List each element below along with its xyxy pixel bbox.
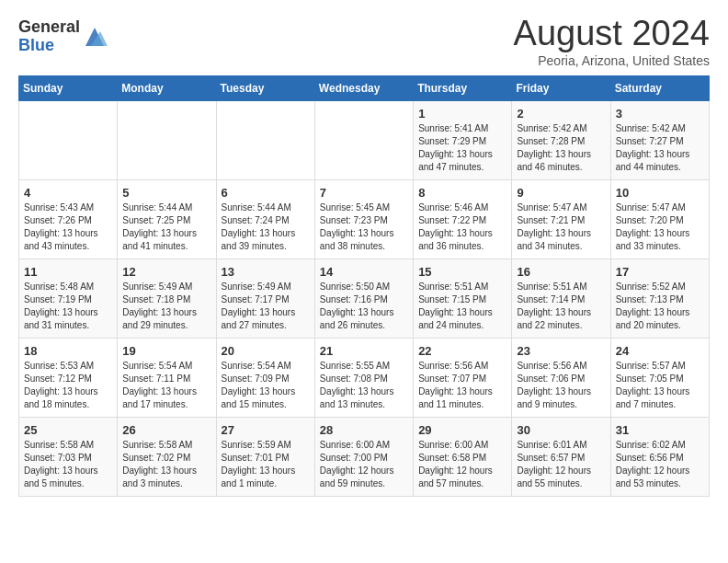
day-number: 7	[320, 186, 408, 200]
cell-content: Sunrise: 5:51 AM Sunset: 7:15 PM Dayligh…	[418, 281, 506, 332]
cell-content: Sunrise: 5:50 AM Sunset: 7:16 PM Dayligh…	[320, 281, 408, 332]
calendar-cell	[19, 100, 118, 179]
calendar-cell: 21Sunrise: 5:55 AM Sunset: 7:08 PM Dayli…	[314, 338, 413, 417]
cell-content: Sunrise: 6:00 AM Sunset: 7:00 PM Dayligh…	[320, 439, 408, 490]
calendar-cell	[216, 100, 314, 179]
day-number: 14	[320, 265, 408, 279]
cell-content: Sunrise: 6:02 AM Sunset: 6:56 PM Dayligh…	[616, 439, 704, 490]
weekday-header: Tuesday	[216, 75, 314, 100]
day-number: 2	[517, 107, 605, 121]
calendar-cell: 4Sunrise: 5:43 AM Sunset: 7:26 PM Daylig…	[19, 179, 118, 259]
calendar-cell: 17Sunrise: 5:52 AM Sunset: 7:13 PM Dayli…	[610, 259, 709, 338]
day-number: 4	[24, 186, 112, 200]
logo-blue-text: Blue	[18, 37, 80, 55]
cell-content: Sunrise: 5:58 AM Sunset: 7:02 PM Dayligh…	[122, 439, 210, 490]
calendar-cell: 26Sunrise: 5:58 AM Sunset: 7:02 PM Dayli…	[118, 417, 216, 496]
day-number: 28	[320, 423, 408, 437]
cell-content: Sunrise: 5:44 AM Sunset: 7:25 PM Dayligh…	[122, 201, 210, 253]
calendar-cell: 14Sunrise: 5:50 AM Sunset: 7:16 PM Dayli…	[314, 259, 413, 338]
calendar-table: SundayMondayTuesdayWednesdayThursdayFrid…	[18, 75, 710, 497]
weekday-header: Sunday	[19, 75, 118, 100]
calendar-cell: 31Sunrise: 6:02 AM Sunset: 6:56 PM Dayli…	[610, 417, 709, 496]
cell-content: Sunrise: 5:57 AM Sunset: 7:05 PM Dayligh…	[616, 360, 704, 411]
day-number: 25	[24, 423, 112, 437]
weekday-header: Monday	[118, 75, 216, 100]
day-number: 9	[517, 186, 605, 200]
cell-content: Sunrise: 5:58 AM Sunset: 7:03 PM Dayligh…	[24, 439, 112, 490]
day-number: 27	[222, 423, 310, 437]
calendar-cell: 2Sunrise: 5:42 AM Sunset: 7:28 PM Daylig…	[512, 100, 610, 179]
day-number: 6	[222, 186, 310, 200]
cell-content: Sunrise: 6:00 AM Sunset: 6:58 PM Dayligh…	[418, 439, 506, 490]
day-number: 18	[24, 344, 112, 358]
calendar-cell: 29Sunrise: 6:00 AM Sunset: 6:58 PM Dayli…	[414, 417, 512, 496]
calendar-week-row: 11Sunrise: 5:48 AM Sunset: 7:19 PM Dayli…	[19, 259, 710, 338]
weekday-header: Wednesday	[314, 75, 413, 100]
cell-content: Sunrise: 5:47 AM Sunset: 7:21 PM Dayligh…	[517, 201, 605, 253]
calendar-cell: 28Sunrise: 6:00 AM Sunset: 7:00 PM Dayli…	[314, 417, 413, 496]
weekday-header: Thursday	[414, 75, 512, 100]
day-number: 26	[122, 423, 210, 437]
cell-content: Sunrise: 5:41 AM Sunset: 7:29 PM Dayligh…	[418, 122, 506, 174]
calendar-cell: 7Sunrise: 5:45 AM Sunset: 7:23 PM Daylig…	[314, 179, 413, 259]
calendar-cell: 25Sunrise: 5:58 AM Sunset: 7:03 PM Dayli…	[19, 417, 118, 496]
cell-content: Sunrise: 5:54 AM Sunset: 7:11 PM Dayligh…	[122, 360, 210, 411]
cell-content: Sunrise: 5:56 AM Sunset: 7:06 PM Dayligh…	[517, 360, 605, 411]
logo-icon	[82, 24, 108, 50]
calendar-cell: 9Sunrise: 5:47 AM Sunset: 7:21 PM Daylig…	[512, 179, 610, 259]
calendar-cell: 15Sunrise: 5:51 AM Sunset: 7:15 PM Dayli…	[414, 259, 512, 338]
day-number: 17	[616, 265, 704, 279]
cell-content: Sunrise: 6:01 AM Sunset: 6:57 PM Dayligh…	[517, 439, 605, 490]
day-number: 30	[517, 423, 605, 437]
calendar-cell: 11Sunrise: 5:48 AM Sunset: 7:19 PM Dayli…	[19, 259, 118, 338]
title-area: August 2024 Peoria, Arizona, United Stat…	[514, 15, 710, 68]
page-header: General Blue August 2024 Peoria, Arizona…	[18, 15, 710, 68]
weekday-header: Friday	[512, 75, 610, 100]
cell-content: Sunrise: 5:53 AM Sunset: 7:12 PM Dayligh…	[24, 360, 112, 411]
calendar-cell: 1Sunrise: 5:41 AM Sunset: 7:29 PM Daylig…	[414, 100, 512, 179]
calendar-cell: 22Sunrise: 5:56 AM Sunset: 7:07 PM Dayli…	[414, 338, 512, 417]
day-number: 11	[24, 265, 112, 279]
day-number: 19	[122, 344, 210, 358]
cell-content: Sunrise: 5:52 AM Sunset: 7:13 PM Dayligh…	[616, 281, 704, 332]
calendar-cell: 12Sunrise: 5:49 AM Sunset: 7:18 PM Dayli…	[118, 259, 216, 338]
cell-content: Sunrise: 5:44 AM Sunset: 7:24 PM Dayligh…	[222, 201, 310, 253]
day-number: 10	[616, 186, 704, 200]
calendar-cell: 3Sunrise: 5:42 AM Sunset: 7:27 PM Daylig…	[610, 100, 709, 179]
cell-content: Sunrise: 5:42 AM Sunset: 7:27 PM Dayligh…	[616, 122, 704, 174]
logo: General Blue	[18, 18, 108, 55]
calendar-cell: 24Sunrise: 5:57 AM Sunset: 7:05 PM Dayli…	[610, 338, 709, 417]
day-number: 21	[320, 344, 408, 358]
cell-content: Sunrise: 5:45 AM Sunset: 7:23 PM Dayligh…	[320, 201, 408, 253]
calendar-week-row: 1Sunrise: 5:41 AM Sunset: 7:29 PM Daylig…	[19, 100, 710, 179]
cell-content: Sunrise: 5:47 AM Sunset: 7:20 PM Dayligh…	[616, 201, 704, 253]
cell-content: Sunrise: 5:55 AM Sunset: 7:08 PM Dayligh…	[320, 360, 408, 411]
day-number: 8	[418, 186, 506, 200]
calendar-week-row: 25Sunrise: 5:58 AM Sunset: 7:03 PM Dayli…	[19, 417, 710, 496]
cell-content: Sunrise: 5:49 AM Sunset: 7:17 PM Dayligh…	[222, 281, 310, 332]
weekday-header: Saturday	[610, 75, 709, 100]
calendar-cell: 10Sunrise: 5:47 AM Sunset: 7:20 PM Dayli…	[610, 179, 709, 259]
cell-content: Sunrise: 5:42 AM Sunset: 7:28 PM Dayligh…	[517, 122, 605, 174]
cell-content: Sunrise: 5:54 AM Sunset: 7:09 PM Dayligh…	[222, 360, 310, 411]
day-number: 23	[517, 344, 605, 358]
calendar-week-row: 18Sunrise: 5:53 AM Sunset: 7:12 PM Dayli…	[19, 338, 710, 417]
day-number: 24	[616, 344, 704, 358]
calendar-cell: 27Sunrise: 5:59 AM Sunset: 7:01 PM Dayli…	[216, 417, 314, 496]
day-number: 15	[418, 265, 506, 279]
day-number: 13	[222, 265, 310, 279]
calendar-cell: 16Sunrise: 5:51 AM Sunset: 7:14 PM Dayli…	[512, 259, 610, 338]
calendar-cell: 13Sunrise: 5:49 AM Sunset: 7:17 PM Dayli…	[216, 259, 314, 338]
cell-content: Sunrise: 5:49 AM Sunset: 7:18 PM Dayligh…	[122, 281, 210, 332]
cell-content: Sunrise: 5:46 AM Sunset: 7:22 PM Dayligh…	[418, 201, 506, 253]
month-title: August 2024	[514, 15, 710, 53]
day-number: 20	[222, 344, 310, 358]
calendar-cell	[314, 100, 413, 179]
day-number: 22	[418, 344, 506, 358]
day-number: 29	[418, 423, 506, 437]
calendar-cell: 20Sunrise: 5:54 AM Sunset: 7:09 PM Dayli…	[216, 338, 314, 417]
cell-content: Sunrise: 5:59 AM Sunset: 7:01 PM Dayligh…	[222, 439, 310, 490]
day-number: 3	[616, 107, 704, 121]
day-number: 5	[122, 186, 210, 200]
day-number: 1	[418, 107, 506, 121]
